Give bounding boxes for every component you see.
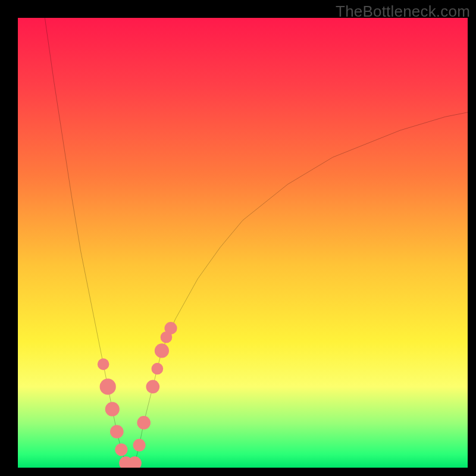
curve-marker [98,358,109,370]
chart-frame: TheBottleneck.com [0,0,476,476]
curve-marker [105,402,120,416]
attribution-text: TheBottleneck.com [336,2,470,21]
curve-marker [155,343,169,358]
curve-marker [133,439,146,452]
curve-marker [115,443,127,456]
curve-marker [146,380,159,394]
curve-marker [152,363,164,375]
curve-marker [110,425,124,439]
plot-area [18,18,468,468]
curve-marker [100,378,116,394]
curve-marker [164,322,177,334]
curve-marker [137,416,151,430]
bottleneck-curve [45,18,468,468]
chart-svg [18,18,468,468]
